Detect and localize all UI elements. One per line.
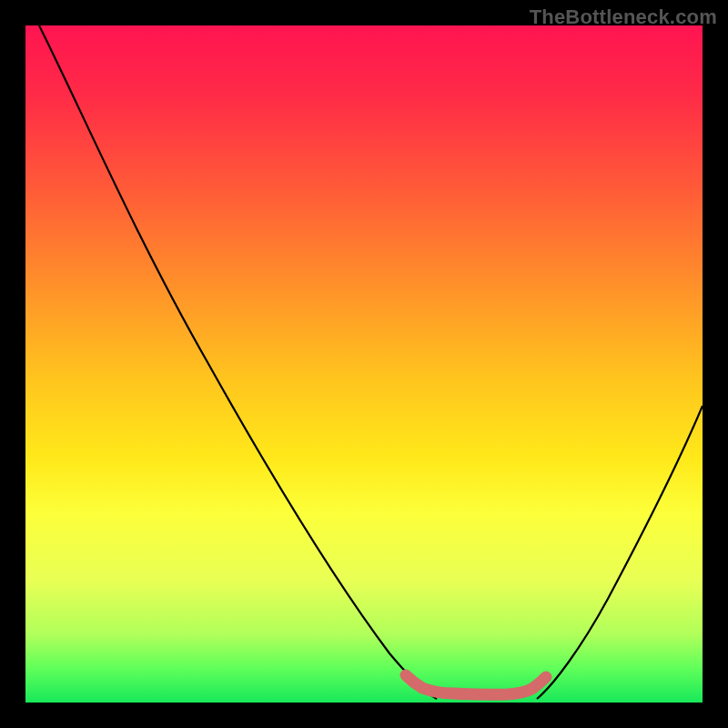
chart-frame: TheBottleneck.com xyxy=(0,0,728,728)
watermark-text: TheBottleneck.com xyxy=(530,5,717,29)
plot-area xyxy=(25,25,703,703)
valley-flat-marker xyxy=(406,675,546,694)
curve-right-branch xyxy=(537,406,703,699)
curve-left-branch xyxy=(39,25,437,699)
curve-layer xyxy=(25,25,703,703)
